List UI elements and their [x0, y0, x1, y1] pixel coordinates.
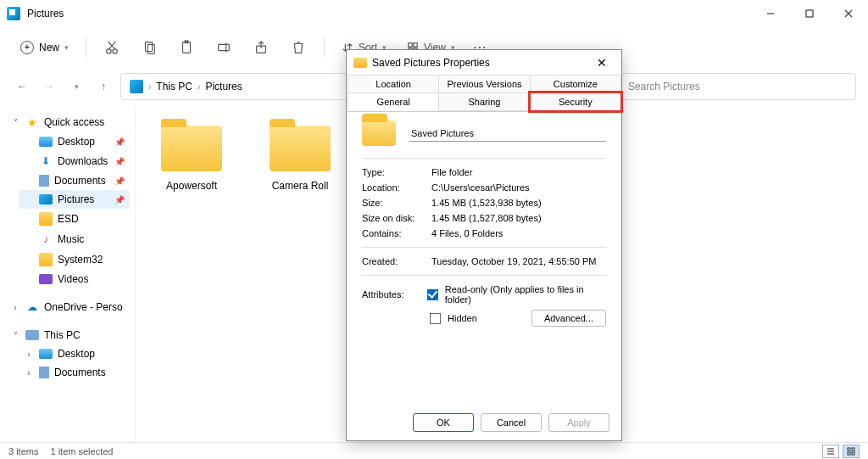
tree-label: Desktop [58, 348, 95, 360]
breadcrumb-item[interactable]: Pictures [205, 81, 242, 92]
svg-rect-16 [414, 42, 417, 46]
window-titlebar: Pictures [0, 0, 868, 27]
tree-label: Pictures [58, 193, 94, 205]
tree-label: Documents [54, 175, 106, 187]
delete-button[interactable] [281, 32, 315, 63]
tree-label: Documents [54, 367, 106, 378]
tree-downloads[interactable]: ⬇Downloads📌 [19, 151, 130, 171]
computer-icon [25, 330, 39, 340]
tree-documents[interactable]: Documents📌 [19, 171, 130, 190]
tab-sharing[interactable]: Sharing [438, 92, 530, 111]
tab-previous-versions[interactable]: Previous Versions [438, 75, 530, 93]
tree-thispc[interactable]: ˅This PC [5, 326, 130, 344]
tab-general[interactable]: General [348, 92, 439, 111]
cut-button[interactable] [95, 32, 129, 63]
folder-icon [353, 58, 367, 68]
back-button[interactable]: ← [12, 75, 32, 98]
tree-label: OneDrive - Perso [44, 301, 123, 313]
new-button[interactable]: + New ▾ [12, 36, 77, 59]
label-size-on-disk: Size on disk: [362, 213, 423, 223]
folder-icon [270, 126, 331, 171]
tree-onedrive[interactable]: ›☁OneDrive - Perso [5, 297, 130, 317]
hidden-checkbox[interactable] [430, 313, 441, 324]
svg-line-6 [108, 41, 115, 48]
folder-apowersoft[interactable]: Apowersoft [149, 119, 234, 199]
chevron-right-icon: › [198, 82, 200, 92]
folder-name-field[interactable]: Saved Pictures [409, 126, 606, 142]
pictures-icon [39, 194, 53, 204]
up-button[interactable]: ↑ [93, 75, 114, 98]
tree-label: System32 [58, 254, 103, 266]
value-location: C:\Users\cesar\Pictures [431, 182, 530, 193]
tab-security[interactable]: Security [530, 92, 621, 111]
tree-esd[interactable]: ESD [19, 209, 130, 229]
app-icon [7, 7, 20, 20]
advanced-button[interactable]: Advanced... [531, 310, 606, 327]
dialog-titlebar[interactable]: Saved Pictures Properties ✕ [347, 50, 621, 76]
minimize-button[interactable] [751, 0, 790, 27]
paste-button[interactable] [170, 32, 203, 63]
tree-label: This PC [44, 329, 81, 341]
divider [86, 38, 86, 57]
details-view-toggle[interactable] [822, 445, 839, 458]
pin-icon: 📌 [114, 195, 125, 204]
readonly-checkbox[interactable] [427, 289, 438, 300]
tab-location[interactable]: Location [348, 75, 439, 93]
value-size: 1.45 MB (1,523,938 bytes) [431, 198, 542, 208]
dialog-body: Saved Pictures Type:File folder Location… [347, 112, 621, 340]
divider [324, 38, 325, 57]
dialog-close-button[interactable]: ✕ [589, 50, 615, 76]
label-created: Created: [362, 256, 423, 266]
chevron-down-icon: ▾ [64, 43, 69, 52]
search-input[interactable]: Search Pictures [619, 73, 856, 100]
svg-rect-9 [147, 44, 154, 53]
share-button[interactable] [244, 32, 278, 63]
music-icon: ♪ [39, 232, 53, 246]
pin-icon: 📌 [114, 157, 125, 166]
tree-system32[interactable]: System32 [19, 249, 130, 270]
readonly-label: Read-only (Only applies to files in fold… [445, 284, 606, 305]
close-button[interactable] [829, 0, 868, 27]
folder-icon [362, 120, 396, 146]
svg-rect-12 [219, 44, 230, 50]
desktop-icon [39, 349, 53, 359]
recent-chevron[interactable]: ▾ [66, 75, 86, 98]
ok-button[interactable]: OK [413, 413, 474, 432]
folder-label: Camera Roll [272, 180, 329, 192]
tree-desktop[interactable]: Desktop📌 [19, 132, 130, 151]
chevron-down-icon: ˅ [10, 118, 20, 127]
forward-button[interactable]: → [39, 75, 59, 98]
rename-button[interactable] [207, 32, 241, 63]
cloud-icon: ☁ [25, 300, 39, 314]
tree-quick-access[interactable]: ˅ ★ Quick access [5, 112, 130, 132]
icons-view-toggle[interactable] [843, 445, 860, 458]
tree-label: ESD [58, 213, 79, 225]
svg-point-5 [113, 48, 117, 53]
folder-icon [39, 253, 53, 266]
svg-rect-25 [852, 452, 854, 455]
copy-button[interactable] [132, 32, 166, 63]
apply-button[interactable]: Apply [548, 413, 609, 432]
properties-dialog: Saved Pictures Properties ✕ Location Pre… [346, 49, 622, 441]
tree-label: Downloads [58, 155, 108, 167]
svg-point-4 [107, 48, 111, 53]
tab-customize[interactable]: Customize [530, 75, 621, 93]
tree-music[interactable]: ♪Music [19, 229, 130, 249]
dialog-tabs: Location Previous Versions Customize Gen… [348, 76, 620, 112]
tree-videos[interactable]: Videos [19, 270, 130, 288]
chevron-down-icon: ˅ [10, 331, 20, 340]
search-placeholder: Search Pictures [628, 81, 700, 92]
label-contains: Contains: [362, 228, 423, 238]
pin-icon: 📌 [114, 137, 125, 147]
video-icon [39, 274, 53, 284]
folder-camera-roll[interactable]: Camera Roll [258, 119, 342, 199]
plus-icon: + [20, 41, 34, 54]
cancel-button[interactable]: Cancel [481, 413, 542, 432]
maximize-button[interactable] [790, 0, 829, 27]
tree-thispc-desktop[interactable]: ›Desktop [19, 344, 130, 363]
folder-icon [161, 126, 222, 171]
tree-pictures[interactable]: Pictures📌 [19, 190, 130, 209]
label-attributes: Attributes: [362, 289, 420, 299]
tree-thispc-documents[interactable]: ›Documents [19, 363, 130, 382]
breadcrumb-item[interactable]: This PC [156, 81, 192, 92]
